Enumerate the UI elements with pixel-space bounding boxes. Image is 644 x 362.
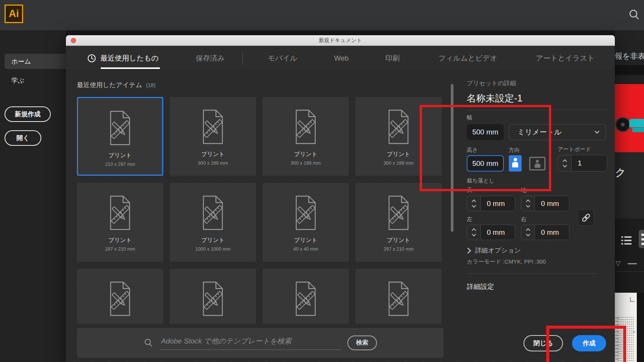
tab-2[interactable]: 保存済み — [196, 46, 225, 71]
template-card-5[interactable]: プリント297 x 210 mm — [77, 183, 163, 262]
sidebar-item-home[interactable]: ホーム — [5, 54, 66, 69]
template-card-8[interactable]: プリント297 x 210 mm — [355, 183, 442, 262]
stock-search-bar: Adobe Stock で他のテンプレートを検索 検索 — [77, 328, 444, 358]
template-card-6[interactable]: プリント1000 x 1000 mm — [170, 183, 256, 262]
template-card-7[interactable]: プリント40 x 40 mm — [263, 183, 349, 262]
template-card-12[interactable] — [355, 269, 442, 324]
bleed-right-input[interactable]: 0 mm — [535, 225, 569, 240]
template-card-label: プリント — [77, 237, 163, 244]
bleed-top-label: 天 — [467, 187, 472, 194]
dialog-title: 新規ドキュメント — [66, 35, 615, 46]
stepper-arrows[interactable] — [521, 225, 535, 240]
close-button[interactable]: 閉じる — [524, 335, 563, 351]
tab-3[interactable]: モバイル — [268, 46, 297, 71]
stepper-arrows[interactable] — [467, 225, 481, 240]
height-input[interactable]: 500 mm — [467, 155, 504, 172]
template-card-4[interactable]: プリント300 x 169 mm — [355, 97, 442, 176]
width-input[interactable]: 500 mm — [467, 124, 504, 140]
document-template-icon — [385, 109, 413, 145]
create-new-button[interactable]: 新規作成 — [5, 106, 51, 122]
chevron-down-icon — [471, 204, 477, 208]
create-button[interactable]: 作成 — [572, 335, 606, 351]
bleed-label: 裁ち落とし — [467, 177, 495, 184]
template-card-1[interactable]: プリント210 x 297 mm — [77, 97, 163, 176]
stock-search-input[interactable]: Adobe Stock で他のテンプレートを検索 — [159, 336, 341, 350]
template-card-3[interactable]: プリント300 x 169 mm — [263, 97, 349, 176]
template-card-label: プリント — [263, 151, 349, 158]
tab-7[interactable]: アートとイラスト — [536, 46, 594, 71]
document-template-icon — [292, 109, 320, 145]
unit-dropdown[interactable]: ミリメートル — [509, 124, 606, 140]
template-card-label: プリント — [263, 237, 349, 244]
preset-details-panel: プリセットの詳細 名称未設定-1 幅 500 mm ミリメートル 高さ 方向 ア… — [456, 71, 615, 362]
chevron-down-icon — [594, 129, 600, 136]
link-icon — [581, 213, 591, 223]
stepper-arrows[interactable] — [558, 155, 572, 171]
recent-items-title: 最近使用したアイテム — [77, 81, 142, 89]
filter-icon[interactable]: ▽ — [616, 259, 621, 267]
background-right-strip: 報を非表 ク ▽ + — [615, 30, 644, 362]
bleed-top-stepper: 0 mm — [467, 196, 515, 211]
template-card-label: プリント — [355, 151, 442, 158]
background-band — [637, 293, 644, 362]
crop-mark — [630, 297, 635, 302]
grid-scrollbar[interactable] — [451, 84, 453, 232]
template-card-label: プリント — [78, 152, 162, 159]
document-template-icon — [106, 195, 134, 231]
tab-label: 印刷 — [385, 53, 400, 63]
tab-label: モバイル — [268, 53, 297, 63]
template-card-2[interactable]: プリント300 x 169 mm — [170, 97, 256, 176]
tab-4[interactable]: Web — [334, 46, 349, 71]
tab-label: Web — [334, 54, 349, 62]
document-template-icon — [106, 281, 134, 317]
template-card-label: プリント — [170, 237, 256, 244]
bleed-bottom-input[interactable]: 0 mm — [535, 196, 569, 211]
bleed-left-input[interactable]: 0 mm — [481, 225, 515, 240]
stepper-arrows[interactable] — [521, 196, 535, 211]
divider — [467, 110, 606, 110]
search-icon[interactable] — [627, 8, 642, 23]
dialog-titlebar: 新規ドキュメント — [66, 35, 615, 46]
car-body-graphic — [629, 119, 644, 127]
link-bleed-values-button[interactable] — [578, 209, 594, 226]
more-settings-link[interactable]: 詳細設定 — [467, 282, 494, 291]
bleed-top-input[interactable]: 0 mm — [481, 196, 515, 211]
template-card-9[interactable] — [77, 269, 163, 324]
tab-label: アートとイラスト — [536, 53, 594, 63]
template-card-size: 210 x 297 mm — [78, 162, 162, 167]
document-template-icon — [292, 281, 320, 317]
active-tab-underline — [101, 67, 160, 69]
template-card-10[interactable] — [170, 269, 256, 324]
chevron-down-icon — [471, 233, 477, 237]
sidebar-item-label: 学ぶ — [11, 76, 24, 85]
dialog-tabbar: 最近使用したもの保存済みモバイルWeb印刷フィルムとビデオアートとイラスト — [66, 46, 615, 71]
document-name[interactable]: 名称未設定-1 — [467, 92, 522, 105]
tab-5[interactable]: 印刷 — [385, 46, 400, 71]
template-card-11[interactable] — [263, 269, 349, 324]
portrait-orientation-icon[interactable] — [509, 155, 522, 172]
document-preview-thumbnail: + — [615, 293, 637, 362]
grid-view-icon[interactable] — [639, 230, 644, 248]
template-card-size: 297 x 210 mm — [355, 247, 442, 252]
artboard-stepper: 1 — [558, 155, 607, 172]
advanced-options-toggle[interactable]: 詳細オプション — [467, 246, 521, 255]
stock-search-button[interactable]: 検索 — [347, 335, 377, 350]
sidebar-item-learn[interactable]: 学ぶ — [5, 73, 66, 88]
artboard-count-input[interactable]: 1 — [572, 155, 607, 171]
template-card-label: プリント — [170, 151, 256, 158]
background-band — [615, 65, 644, 75]
open-button[interactable]: 開く — [5, 130, 41, 146]
chevron-down-icon — [525, 233, 531, 237]
orientation-label: 方向 — [509, 147, 520, 154]
chevron-up-icon — [471, 199, 477, 203]
landscape-orientation-icon[interactable] — [529, 157, 546, 170]
template-card-size: 300 x 169 mm — [170, 161, 256, 166]
clock-icon — [87, 54, 96, 63]
bleed-left-stepper: 0 mm — [467, 225, 515, 240]
template-card-label: プリント — [355, 237, 442, 244]
list-view-icon[interactable] — [621, 236, 631, 247]
tab-6[interactable]: フィルムとビデオ — [438, 46, 497, 71]
bleed-right-label: 右 — [521, 216, 527, 223]
stepper-arrows[interactable] — [467, 196, 481, 211]
tab-1[interactable]: 最近使用したもの — [87, 46, 159, 71]
